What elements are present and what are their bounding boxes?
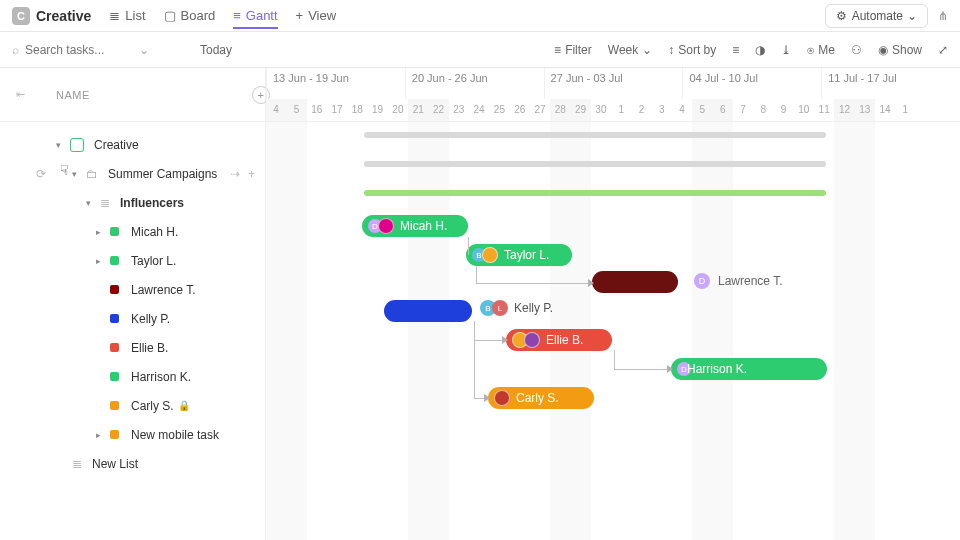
- task-row[interactable]: Harrison K.: [0, 362, 265, 391]
- add-task-icon[interactable]: +: [248, 167, 255, 181]
- day-header: 24: [469, 99, 489, 121]
- day-header: 8: [753, 99, 773, 121]
- expand-icon[interactable]: ⤢: [938, 43, 948, 57]
- gantt-bar-kelly[interactable]: [384, 300, 472, 322]
- list-icon: ≣: [109, 8, 120, 23]
- gantt-bar-micah[interactable]: D Micah H.: [362, 215, 468, 237]
- gantt-summary-folder[interactable]: [364, 161, 826, 167]
- caret-icon[interactable]: ▾: [72, 169, 82, 179]
- search-input[interactable]: [25, 43, 135, 57]
- day-header: 22: [428, 99, 448, 121]
- day-header: 12: [834, 99, 854, 121]
- sync-icon[interactable]: ⟳: [36, 167, 46, 181]
- chevron-down-icon[interactable]: ⌄: [139, 43, 149, 57]
- collapse-sidebar-icon[interactable]: ⇤: [16, 88, 26, 101]
- status-dot: [110, 256, 119, 265]
- assignee-badge: L: [492, 300, 508, 316]
- share-icon[interactable]: ⋔: [938, 9, 948, 23]
- reschedule-icon[interactable]: ≡: [732, 43, 739, 57]
- gantt-bar-harrison[interactable]: D Harrison K.: [671, 358, 827, 380]
- space-badge[interactable]: C: [12, 7, 30, 25]
- view-tab-board[interactable]: ▢Board: [164, 8, 216, 23]
- sort-button[interactable]: ↕Sort by: [668, 43, 716, 57]
- day-header: 17: [327, 99, 347, 121]
- group-week-button[interactable]: Week⌄: [608, 43, 652, 57]
- board-icon: ▢: [164, 8, 176, 23]
- day-header: 26: [510, 99, 530, 121]
- task-row[interactable]: Carly S.🔒: [0, 391, 265, 420]
- sort-icon: ↕: [668, 43, 674, 57]
- task-label: Taylor L.: [131, 254, 176, 268]
- tree-folder-row[interactable]: ⟳ ▾ 🗀 Summer Campaigns ⇢+: [0, 159, 265, 188]
- list-icon: ≣: [72, 457, 82, 471]
- assignees-icon[interactable]: ⚇: [851, 43, 862, 57]
- new-list-label: New List: [92, 457, 138, 471]
- gantt-kelly-meta: B L Kelly P.: [480, 300, 553, 316]
- day-header: 1: [611, 99, 631, 121]
- task-label: Lawrence T.: [131, 283, 195, 297]
- gantt-summary-space[interactable]: [364, 132, 826, 138]
- user-icon: ⍟: [807, 43, 814, 57]
- task-label: Micah H.: [131, 225, 178, 239]
- tree-list-row[interactable]: ▾ ≣ Influencers: [0, 188, 265, 217]
- list-label: Influencers: [120, 196, 184, 210]
- gantt-unscheduled-lawrence[interactable]: D Lawrence T.: [694, 273, 782, 289]
- automate-button[interactable]: ⚙Automate⌄: [825, 4, 928, 28]
- space-icon: [70, 138, 84, 152]
- avatar: [494, 390, 510, 406]
- caret-icon[interactable]: ▾: [86, 198, 96, 208]
- bar-label: Micah H.: [400, 219, 447, 233]
- status-dot: [110, 430, 119, 439]
- folder-icon: 🗀: [86, 167, 98, 181]
- day-header: 1: [895, 99, 915, 121]
- chevron-down-icon: ⌄: [907, 9, 917, 23]
- day-header: 3: [652, 99, 672, 121]
- view-tab-list[interactable]: ≣List: [109, 8, 145, 23]
- task-row[interactable]: ▸Micah H.: [0, 217, 265, 246]
- gantt-bar-ellie[interactable]: Ellie B.: [506, 329, 612, 351]
- space-name[interactable]: Creative: [36, 8, 91, 24]
- view-tab-add[interactable]: +View: [296, 8, 337, 23]
- caret-icon[interactable]: ▸: [96, 256, 106, 266]
- task-row[interactable]: Lawrence T.: [0, 275, 265, 304]
- day-header: 20: [388, 99, 408, 121]
- status-dot: [110, 285, 119, 294]
- me-button[interactable]: ⍟Me: [807, 43, 835, 57]
- caret-icon[interactable]: ▸: [96, 430, 106, 440]
- gantt-bar-taylor[interactable]: B Taylor L.: [466, 244, 572, 266]
- status-dot: [110, 372, 119, 381]
- task-label: Kelly P.: [131, 312, 170, 326]
- gantt-icon: ≡: [233, 8, 241, 23]
- filter-button[interactable]: ≡Filter: [554, 43, 592, 57]
- gantt-summary-list[interactable]: [364, 190, 826, 196]
- day-header: 21: [408, 99, 428, 121]
- new-list-row[interactable]: ≣ New List: [0, 449, 265, 478]
- today-button[interactable]: Today: [200, 43, 232, 57]
- task-row[interactable]: ▸New mobile task: [0, 420, 265, 449]
- day-header: 29: [570, 99, 590, 121]
- week-header: 04 Jul - 10 Jul: [682, 68, 821, 99]
- search-input-wrap[interactable]: ⌕ ⌄: [12, 43, 172, 57]
- show-button[interactable]: ◉Show: [878, 43, 922, 57]
- task-row[interactable]: Ellie B.: [0, 333, 265, 362]
- lock-icon: 🔒: [178, 400, 190, 411]
- tree-space-row[interactable]: ▾ Creative: [0, 130, 265, 159]
- search-icon: ⌕: [12, 43, 19, 57]
- goto-icon[interactable]: ⇢: [230, 167, 240, 181]
- assignee-badge: D: [694, 273, 710, 289]
- gantt-bar-carly[interactable]: Carly S.: [488, 387, 594, 409]
- status-dot: [110, 343, 119, 352]
- task-row[interactable]: Kelly P.: [0, 304, 265, 333]
- export-icon[interactable]: ⤓: [781, 43, 791, 57]
- view-tab-gantt[interactable]: ≡Gantt: [233, 8, 277, 29]
- caret-icon[interactable]: ▸: [96, 227, 106, 237]
- caret-icon[interactable]: ▾: [56, 140, 66, 150]
- bar-label: Ellie B.: [546, 333, 583, 347]
- day-header: 23: [449, 99, 469, 121]
- day-header: 7: [733, 99, 753, 121]
- gantt-bar-lawrence[interactable]: [592, 271, 678, 293]
- week-header: 11 Jul - 17 Jul: [821, 68, 960, 99]
- task-row[interactable]: ▸Taylor L.: [0, 246, 265, 275]
- day-header: 18: [347, 99, 367, 121]
- hide-weekends-icon[interactable]: ◑: [755, 43, 765, 57]
